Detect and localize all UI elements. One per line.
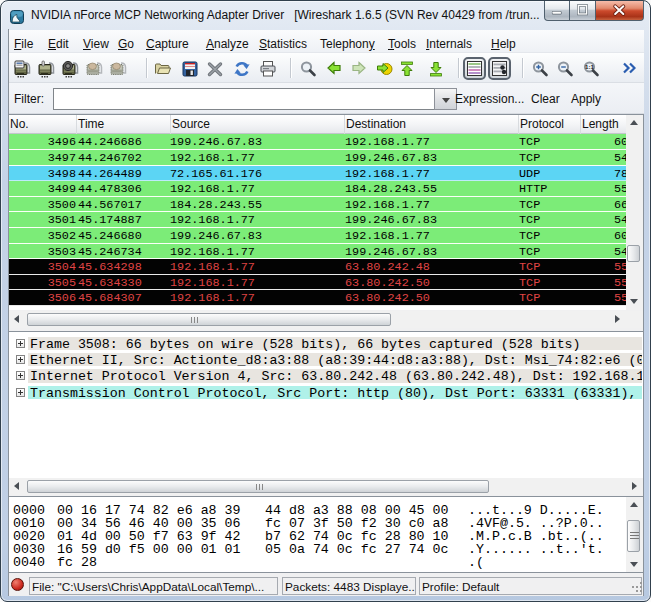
svg-text:1:1: 1:1: [585, 63, 595, 70]
